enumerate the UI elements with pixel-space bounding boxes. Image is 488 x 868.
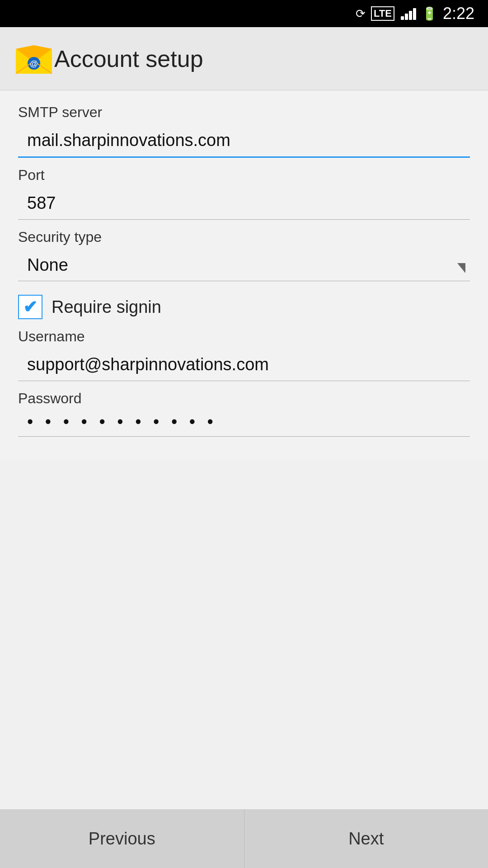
username-label: Username (18, 328, 470, 345)
status-time: 2:22 (443, 4, 474, 23)
require-signin-row[interactable]: ✔ Require signin (18, 295, 470, 319)
port-label: Port (18, 167, 470, 184)
next-button[interactable]: Next (244, 809, 488, 868)
previous-button[interactable]: Previous (0, 809, 244, 868)
security-type-select[interactable]: None SSL/TLS STARTTLS (18, 251, 470, 281)
lte-badge: LTE (371, 6, 394, 21)
battery-icon: 🔋 (422, 6, 437, 21)
svg-text:@: @ (30, 59, 38, 68)
port-section: Port (18, 167, 470, 220)
smtp-server-input[interactable] (18, 126, 470, 158)
status-bar: ⟳ LTE 🔋 2:22 (0, 0, 488, 27)
signal-icon (401, 7, 416, 20)
rotate-icon: ⟳ (356, 7, 366, 21)
smtp-server-section: SMTP server (18, 104, 470, 158)
password-label: Password (18, 390, 470, 407)
page-title: Account setup (54, 45, 203, 72)
bottom-navigation: Previous Next (0, 809, 488, 868)
password-section: Password • • • • • • • • • • • (18, 390, 470, 437)
chevron-down-icon (457, 263, 465, 273)
require-signin-label: Require signin (52, 297, 161, 317)
require-signin-checkbox[interactable]: ✔ (18, 295, 42, 319)
smtp-server-label: SMTP server (18, 104, 470, 121)
security-type-label: Security type (18, 229, 470, 245)
username-input[interactable] (18, 350, 470, 381)
security-type-section: Security type None SSL/TLS STARTTLS (18, 229, 470, 281)
main-content: SMTP server Port Security type None SSL/… (0, 90, 488, 459)
status-icons: ⟳ LTE 🔋 2:22 (356, 4, 474, 23)
port-input[interactable] (18, 189, 470, 220)
username-section: Username (18, 328, 470, 381)
password-dots: • • • • • • • • • • • (18, 408, 226, 438)
checkmark-icon: ✔ (23, 298, 38, 316)
email-icon: @ (14, 41, 54, 77)
security-type-dropdown-container: None SSL/TLS STARTTLS (18, 251, 470, 281)
app-header: @ Account setup (0, 27, 488, 90)
